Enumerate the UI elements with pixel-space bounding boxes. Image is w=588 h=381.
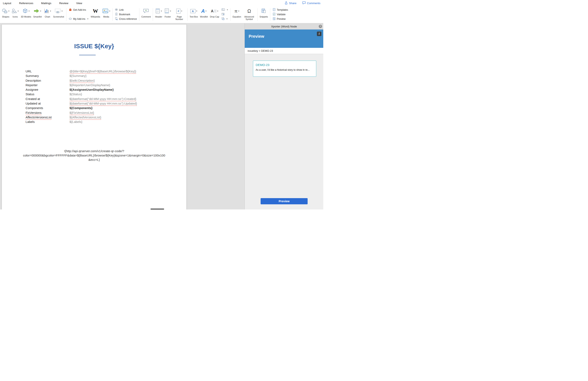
table-row: AffectsVersionsList${AffectedVersionsLis… — [25, 115, 180, 120]
signature-line-icon — [221, 8, 225, 12]
link-label: Link — [119, 8, 124, 11]
wikipedia-icon: W — [93, 8, 98, 14]
table-row: Updated at${dateformat("dd-MM-yyyy HH:mm… — [25, 102, 180, 106]
ribbon-item-screenshot[interactable]: Screenshot — [52, 6, 65, 23]
ribbon-item-icons[interactable]: Icons — [11, 6, 20, 23]
chevron-down-icon — [205, 11, 207, 12]
ribbon-item-date-time[interactable] — [221, 13, 228, 16]
ribbon-item-cross-reference[interactable]: Cross-reference — [115, 17, 137, 21]
pane-header-title: Preview — [249, 34, 264, 39]
ribbon-item-chart[interactable]: Chart — [43, 6, 52, 23]
cross-reference-icon — [115, 17, 118, 21]
table-row: Status${Status} — [25, 92, 180, 97]
menu-review[interactable]: Review — [59, 2, 68, 5]
chevron-down-icon — [161, 11, 162, 12]
preview-button[interactable]: Preview — [261, 198, 308, 204]
ribbon-item-templates[interactable]: Templates — [273, 8, 288, 12]
table-row: Created at${dateformat("dd-MM-yyyy HH:mm… — [25, 97, 180, 102]
chevron-down-icon — [62, 11, 63, 12]
chevron-down-icon — [40, 11, 41, 12]
task-pane-title: Xporter (Word) Node — [271, 25, 297, 28]
chevron-down-icon — [181, 11, 182, 12]
menu-mailings[interactable]: Mailings — [41, 2, 52, 5]
snippets-icon — [261, 8, 266, 14]
ribbon-item-wordart[interactable]: A WordArt — [199, 6, 209, 23]
ribbon-separator — [153, 8, 153, 21]
chevron-down-icon — [28, 11, 30, 12]
screenshot-label: Screenshot — [53, 16, 64, 18]
ribbon-item-snippets[interactable]: Snippets — [258, 6, 269, 23]
issue-card[interactable]: DEMO-23 As a user, I'd like a historical… — [253, 61, 316, 77]
field-label: FixVersions — [25, 111, 69, 114]
smartart-label: SmartArt — [33, 16, 42, 18]
ribbon-item-smartart[interactable]: SmartArt — [32, 6, 43, 23]
field-label: AffectsVersionsList — [25, 115, 69, 119]
cross-reference-label: Cross-reference — [119, 18, 137, 21]
ribbon-item-header[interactable]: Header — [154, 6, 163, 23]
close-icon[interactable]: × — [319, 25, 322, 28]
menu-bar: Layout References Mailings Review View S… — [0, 0, 323, 6]
ribbon-item-footer[interactable]: Footer — [163, 6, 172, 23]
ribbon-item-signature-line[interactable] — [221, 8, 228, 12]
info-icon[interactable]: i — [317, 32, 321, 36]
share-button[interactable]: Share — [285, 1, 296, 5]
issuekey-text: issuekey = DEMO-23 — [248, 49, 273, 52]
comment-label: Comment — [141, 16, 151, 18]
xporter-group: Templates Validate Preview — [271, 6, 290, 23]
ribbon-item-my-addins[interactable]: My Add-ins — [69, 17, 88, 21]
field-table: URL@{title=${Key}|href=${BaseURL}/browse… — [25, 69, 180, 125]
shapes-label: Shapes — [2, 16, 9, 18]
chevron-down-icon — [217, 11, 218, 12]
table-row: Summary${Summary} — [25, 74, 180, 79]
field-value: ${FixVersionsList} — [69, 111, 94, 114]
ribbon-item-link[interactable]: Link — [115, 8, 137, 12]
ribbon-item-shapes[interactable]: Shapes — [1, 6, 11, 23]
table-row: Description${wiki:Description} — [25, 79, 180, 83]
chart-label: Chart — [45, 16, 50, 18]
menu-references[interactable]: References — [19, 2, 33, 5]
media-icon — [102, 8, 108, 14]
document-page[interactable]: ISSUE ${Key} URL@{title=${Key}|href=${Ba… — [2, 24, 187, 210]
comments-button[interactable]: Comments — [302, 1, 320, 5]
chevron-down-icon — [8, 11, 9, 12]
issue-key: DEMO-23 — [256, 63, 314, 67]
media-label: Media — [103, 16, 109, 18]
menu-layout[interactable]: Layout — [3, 2, 11, 5]
ribbon-separator — [257, 8, 257, 21]
ribbon-item-3d-models[interactable]: 3D Models — [20, 6, 32, 23]
field-label: Created at — [25, 97, 69, 101]
ribbon-item-object[interactable] — [221, 17, 228, 21]
chevron-down-icon — [227, 9, 228, 10]
my-addins-label: My Add-ins — [73, 18, 85, 21]
my-addins-icon — [69, 17, 72, 21]
ribbon-item-wikipedia[interactable]: W Wikipedia — [90, 6, 101, 23]
page-number-icon: # — [176, 9, 180, 14]
ribbon-item-text-box[interactable]: A Text Box — [189, 6, 199, 23]
ribbon-item-media[interactable]: Media — [101, 6, 111, 23]
ribbon-item-equation[interactable]: π Equation — [231, 6, 242, 23]
ribbon-item-preview[interactable]: Preview — [273, 17, 288, 21]
chevron-down-icon — [109, 11, 110, 12]
ribbon-item-validate[interactable]: Validate — [273, 13, 288, 16]
ribbon-separator — [230, 8, 231, 21]
menu-view[interactable]: View — [76, 2, 82, 5]
field-value: ${AssigneeUserDisplayName} — [69, 88, 114, 91]
ribbon-item-bookmark[interactable]: Bookmark — [115, 13, 137, 16]
chevron-down-icon — [170, 11, 171, 12]
chevron-down-icon — [18, 11, 19, 12]
qr-code-template-text: !{http://api.qrserver.com/v1/create-qr-c… — [23, 149, 166, 162]
ribbon-item-drop-cap[interactable]: A Drop Cap — [209, 6, 220, 23]
ribbon-item-advanced-symbol[interactable]: Ω Advanced Symbol — [242, 6, 256, 23]
ribbon-item-get-addins[interactable]: Get Add-ins — [69, 8, 88, 12]
field-value: ${dateformat("dd-MM-yyyy HH:mm:ss"):Crea… — [69, 97, 136, 101]
ribbon-item-page-number[interactable]: # Page Number — [172, 6, 186, 23]
comments-label: Comments — [307, 2, 320, 5]
ribbon-item-comment[interactable]: Comment — [140, 6, 152, 23]
table-row: URL@{title=${Key}|href=${BaseURL}/browse… — [25, 69, 180, 74]
wordart-icon: A — [201, 9, 205, 14]
validate-icon — [273, 13, 276, 16]
issuekey-field[interactable]: issuekey = DEMO-23 — [245, 48, 323, 54]
templates-label: Templates — [277, 8, 288, 11]
chart-icon — [44, 8, 49, 14]
templates-icon — [273, 8, 276, 12]
